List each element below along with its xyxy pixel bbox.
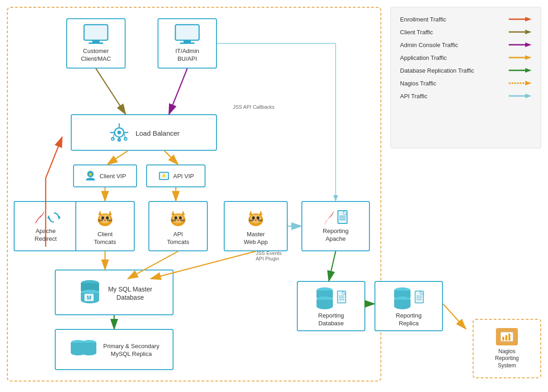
svg-point-55 xyxy=(177,220,179,221)
legend-label-client: Client Traffic xyxy=(400,29,509,36)
svg-marker-63 xyxy=(259,211,263,215)
svg-marker-36 xyxy=(58,215,60,220)
svg-point-66 xyxy=(255,220,257,221)
it-admin-label: IT/Admin BU/API xyxy=(175,48,199,63)
api-vip-label: API VIP xyxy=(173,173,194,180)
legend-arrow-admin-console xyxy=(509,41,532,48)
svg-rect-17 xyxy=(175,25,199,40)
legend-arrow-api xyxy=(509,92,532,100)
svg-point-61 xyxy=(250,214,261,223)
legend-label-admin-console: Admin Console Traffic xyxy=(400,42,509,48)
svg-point-44 xyxy=(104,220,106,221)
legend-item-admin-console: Admin Console Traffic xyxy=(400,41,532,48)
reporting-replica-icon-group xyxy=(392,285,426,310)
mysql-master-node: M My SQL Master Database xyxy=(55,270,174,315)
primary-secondary-node: Primary & Secondary MySQL Replica xyxy=(55,329,174,370)
svg-rect-113 xyxy=(502,337,504,340)
svg-rect-18 xyxy=(184,40,191,42)
svg-point-95 xyxy=(316,303,333,309)
client-vip-label: Client VIP xyxy=(100,173,126,180)
jss-events-api-plugin-label: JSS Events API Plugin xyxy=(256,250,282,261)
customer-client-node: Customer Client/MAC xyxy=(66,18,126,69)
computer-icon xyxy=(82,24,110,46)
apache-feather-icon xyxy=(31,209,46,226)
legend-item-client: Client Traffic xyxy=(400,28,532,36)
master-webapp-icon xyxy=(244,206,267,229)
legend-arrow-db-replication xyxy=(509,67,532,74)
legend-label-nagios: Nagios Traffic xyxy=(400,80,509,87)
reporting-apache-icon-group xyxy=(321,209,350,226)
svg-point-53 xyxy=(174,217,177,220)
reporting-replica-cylinders xyxy=(392,285,413,310)
reporting-apache-node: Reporting Apache xyxy=(301,201,370,251)
svg-point-25 xyxy=(117,131,121,134)
legend-label-db-replication: Database Replication Traffic xyxy=(400,67,509,74)
load-balancer-icon xyxy=(108,122,130,143)
reporting-db-cylinders xyxy=(315,285,335,310)
svg-marker-40 xyxy=(98,211,102,215)
reporting-database-node: Reporting Database xyxy=(297,281,365,331)
diagram-container: Enrollment Traffic Client Traffic Admin … xyxy=(0,0,548,392)
reporting-replica-label: Reporting Replica xyxy=(396,312,422,328)
svg-point-50 xyxy=(173,214,184,223)
arrow-replica-to-nagios xyxy=(443,304,466,329)
svg-rect-115 xyxy=(508,334,510,340)
client-tomcats-label: Client Tomcats xyxy=(94,231,116,246)
load-balancer-label: Load Balancer xyxy=(136,129,180,138)
legend-item-application: Application Traffic xyxy=(400,54,532,61)
reporting-apache-label: Reporting Apache xyxy=(323,228,348,243)
it-admin-computer-icon xyxy=(174,24,201,46)
svg-marker-51 xyxy=(171,211,175,215)
api-tomcats-label: API Tomcats xyxy=(167,231,189,246)
svg-rect-16 xyxy=(89,42,103,44)
svg-point-89 xyxy=(82,350,96,355)
svg-point-43 xyxy=(106,217,109,220)
reporting-replica-doc xyxy=(415,291,426,304)
legend-item-enrollment: Enrollment Traffic xyxy=(400,16,532,23)
reporting-db-doc xyxy=(337,291,348,304)
apache-redirect-icon xyxy=(31,209,60,226)
nagios-icon xyxy=(496,328,518,345)
apache-redirect-label: Apache Redirect xyxy=(35,228,57,243)
client-vip-node: Client VIP xyxy=(73,164,137,187)
client-tomcats-node: Client Tomcats xyxy=(75,201,135,251)
reporting-db-icon-group xyxy=(315,285,348,310)
api-vip-icon xyxy=(158,170,170,182)
reporting-apache-feather xyxy=(321,209,335,226)
svg-marker-9 xyxy=(525,68,532,73)
svg-point-42 xyxy=(101,217,104,220)
jss-api-callbacks-label: JSS API Callbacks xyxy=(233,104,274,110)
svg-rect-71 xyxy=(338,211,347,223)
svg-marker-3 xyxy=(525,30,532,34)
svg-rect-15 xyxy=(92,40,100,42)
svg-point-106 xyxy=(394,303,411,309)
master-web-app-label: Master Web App xyxy=(244,231,268,246)
customer-client-label: Customer Client/MAC xyxy=(81,48,111,63)
legend-arrow-nagios xyxy=(509,79,532,87)
legend-arrow-enrollment xyxy=(509,16,532,23)
svg-rect-14 xyxy=(84,25,108,40)
mysql-master-label-group: My SQL Master Database xyxy=(108,283,153,302)
legend-label-api: API Traffic xyxy=(400,93,509,100)
svg-marker-62 xyxy=(249,211,253,215)
load-balancer-node: Load Balancer xyxy=(71,114,217,151)
svg-marker-37 xyxy=(47,215,49,220)
svg-marker-11 xyxy=(525,81,532,85)
reporting-database-label: Reporting Database xyxy=(318,312,344,328)
client-tomcat-icon xyxy=(94,206,116,229)
mysql-master-label: My SQL Master Database xyxy=(108,285,153,302)
svg-text:M: M xyxy=(87,295,91,301)
it-admin-node: IT/Admin BU/API xyxy=(158,18,217,69)
svg-marker-52 xyxy=(181,211,185,215)
svg-rect-19 xyxy=(180,42,195,44)
nagios-chart-icon xyxy=(500,331,514,342)
replica-cylinders xyxy=(69,337,99,362)
api-tomcat-icon xyxy=(167,206,190,229)
svg-point-65 xyxy=(257,217,259,220)
legend-arrow-client xyxy=(509,28,532,36)
primary-secondary-label: Primary & Secondary MySQL Replica xyxy=(103,343,159,358)
svg-marker-1 xyxy=(525,17,532,21)
api-tomcats-node: API Tomcats xyxy=(148,201,208,251)
legend-item-nagios: Nagios Traffic xyxy=(400,79,532,87)
svg-point-64 xyxy=(252,217,255,220)
